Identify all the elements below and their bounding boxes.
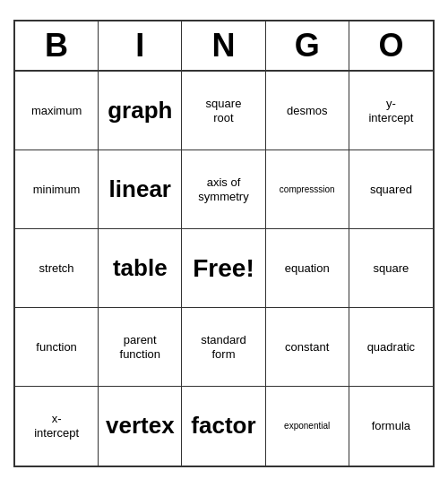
bingo-cell-0: maximum [15, 72, 99, 150]
bingo-cell-14: square [349, 229, 433, 308]
bingo-cell-17: standardform [182, 308, 265, 387]
bingo-cell-13: equation [266, 229, 349, 308]
bingo-cell-18: constant [266, 308, 349, 387]
bingo-card: BINGO maximumgraphsquarerootdesmosy-inte… [13, 20, 435, 467]
bingo-cell-1: graph [99, 72, 182, 150]
bingo-cell-3: desmos [266, 72, 349, 150]
bingo-grid: maximumgraphsquarerootdesmosy-interceptm… [15, 72, 433, 466]
header-letter-B: B [15, 21, 99, 70]
bingo-cell-11: table [99, 229, 182, 308]
bingo-cell-7: axis ofsymmetry [182, 150, 265, 229]
header-letter-O: O [349, 21, 433, 70]
bingo-cell-20: x-intercept [15, 387, 99, 466]
header-letter-G: G [266, 21, 349, 70]
bingo-cell-24: formula [349, 387, 433, 466]
bingo-cell-6: linear [99, 150, 182, 229]
bingo-cell-19: quadratic [349, 308, 433, 387]
bingo-cell-4: y-intercept [349, 72, 433, 150]
bingo-cell-16: parentfunction [99, 308, 182, 387]
bingo-header: BINGO [15, 21, 433, 72]
bingo-cell-9: squared [349, 150, 433, 229]
header-letter-I: I [99, 21, 182, 70]
bingo-cell-8: compresssion [266, 150, 349, 229]
bingo-cell-10: stretch [15, 229, 99, 308]
bingo-cell-12: Free! [182, 229, 265, 308]
bingo-cell-2: squareroot [182, 72, 265, 150]
bingo-cell-22: factor [182, 387, 265, 466]
bingo-cell-15: function [15, 308, 99, 387]
header-letter-N: N [182, 21, 265, 70]
bingo-cell-21: vertex [99, 387, 182, 466]
bingo-cell-5: minimum [15, 150, 99, 229]
bingo-cell-23: exponential [266, 387, 349, 466]
